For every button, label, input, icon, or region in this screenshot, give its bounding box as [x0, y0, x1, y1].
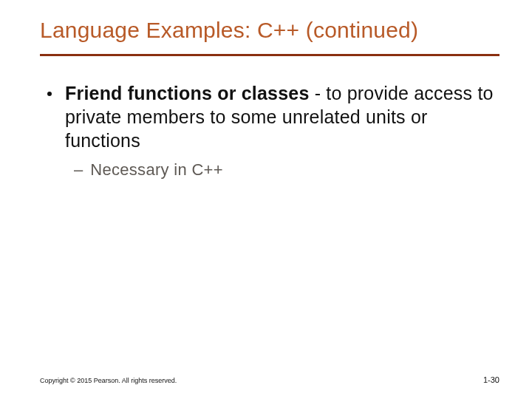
sub-bullet-item: – Necessary in C++	[74, 160, 495, 181]
slide-content: Friend functions or classes - to provide…	[40, 81, 499, 181]
bullet-text: Friend functions or classes - to provide…	[65, 81, 495, 152]
bullet-bold: Friend functions or classes	[65, 83, 310, 103]
dash-icon: –	[74, 160, 83, 181]
copyright-text: Copyright © 2015 Pearson. All rights res…	[40, 377, 177, 384]
slide-footer: Copyright © 2015 Pearson. All rights res…	[40, 375, 499, 384]
bullet-item: Friend functions or classes - to provide…	[40, 81, 495, 152]
slide-title: Language Examples: C++ (continued)	[40, 18, 499, 54]
title-rule	[40, 54, 499, 56]
slide: Language Examples: C++ (continued) Frien…	[0, 0, 532, 399]
page-number: 1-30	[483, 375, 499, 384]
sub-bullet-text: Necessary in C++	[90, 160, 223, 181]
bullet-dot-icon	[47, 92, 52, 96]
